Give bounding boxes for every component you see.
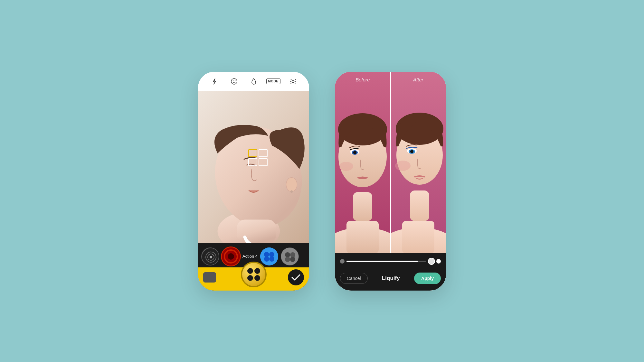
grid-cell-3 <box>248 158 257 166</box>
svg-point-2 <box>232 80 233 81</box>
grid-cell-4 <box>259 158 268 166</box>
svg-rect-34 <box>346 221 379 253</box>
cancel-button[interactable]: Cancel <box>340 273 368 284</box>
settings-icon[interactable] <box>289 77 298 86</box>
svg-point-23 <box>264 252 269 257</box>
slider-row <box>335 253 446 269</box>
svg-point-29 <box>290 252 295 257</box>
face-illustration <box>198 91 309 243</box>
svg-point-8 <box>286 177 297 191</box>
shutter-dot-4 <box>254 275 260 281</box>
svg-point-39 <box>353 151 356 154</box>
face-detection-icon[interactable] <box>230 77 239 86</box>
phones-container: MODE <box>198 72 446 291</box>
liquify-title: Liquify <box>382 275 400 282</box>
checkmark-button[interactable] <box>288 269 304 285</box>
filter-item-red[interactable] <box>222 247 240 265</box>
action-row: Cancel Liquify Apply <box>335 269 446 291</box>
filter-strip-bottom <box>198 267 309 291</box>
slider-thumb-left <box>340 259 345 264</box>
toolbar-left: MODE <box>198 72 309 91</box>
svg-point-4 <box>292 80 294 82</box>
slider-thumb-right[interactable] <box>428 258 435 265</box>
face-photo <box>198 91 309 243</box>
after-face <box>391 72 446 253</box>
apply-button[interactable]: Apply <box>414 273 441 284</box>
grid-cell-1 <box>248 149 257 157</box>
bottom-controls-right: Cancel Liquify Apply <box>335 253 446 291</box>
lightning-icon[interactable] <box>210 77 219 86</box>
svg-point-22 <box>260 247 278 265</box>
svg-point-50 <box>395 161 411 171</box>
svg-point-28 <box>285 252 290 257</box>
drop-icon[interactable] <box>249 77 258 86</box>
phone-right-inner: Before After <box>335 72 446 291</box>
camera-view[interactable] <box>198 91 309 243</box>
svg-point-3 <box>234 80 235 81</box>
shutter-dot-3 <box>247 275 253 281</box>
bottom-panel: Action 4 <box>198 243 309 291</box>
camera-shutter-button[interactable] <box>241 262 267 287</box>
svg-point-40 <box>339 162 353 171</box>
grid-cell-2 <box>259 149 268 157</box>
mode-icon[interactable]: MODE <box>269 77 278 86</box>
after-photo <box>391 72 446 253</box>
svg-rect-41 <box>353 192 372 221</box>
svg-point-21 <box>228 253 234 260</box>
slider-fill <box>346 261 418 262</box>
small-rect-button[interactable] <box>203 272 216 283</box>
svg-point-14 <box>210 256 212 258</box>
filter-item-mono[interactable] <box>281 247 299 265</box>
svg-point-9 <box>290 190 293 192</box>
svg-rect-51 <box>410 190 429 221</box>
slider-dot-extra <box>436 259 441 264</box>
svg-rect-10 <box>237 219 276 243</box>
svg-rect-44 <box>402 221 434 253</box>
shutter-circles <box>247 268 260 281</box>
svg-point-49 <box>410 150 413 153</box>
svg-point-27 <box>281 248 299 265</box>
after-label: After <box>391 77 446 82</box>
split-divider <box>390 72 391 253</box>
phone-left: MODE <box>198 72 309 291</box>
ba-labels: Before After <box>335 77 446 82</box>
filter-item-blue[interactable] <box>260 247 278 265</box>
svg-point-30 <box>285 257 290 262</box>
filter-item-camera[interactable] <box>201 247 219 265</box>
before-photo <box>335 72 391 253</box>
phone-right: Before After <box>335 72 446 291</box>
svg-point-24 <box>269 252 274 257</box>
svg-point-31 <box>290 257 295 262</box>
slider-track[interactable] <box>346 261 426 262</box>
svg-point-25 <box>264 256 269 262</box>
before-face <box>335 72 390 253</box>
shutter-dot-2 <box>254 268 260 274</box>
grid-overlay <box>248 149 268 166</box>
before-label: Before <box>335 77 391 82</box>
before-after-area: Before After <box>335 72 446 253</box>
action4-label: Action 4 <box>242 254 258 259</box>
shutter-dot-1 <box>247 268 253 274</box>
phone-left-inner: MODE <box>198 72 309 291</box>
svg-point-26 <box>269 256 274 262</box>
svg-point-1 <box>231 79 237 84</box>
